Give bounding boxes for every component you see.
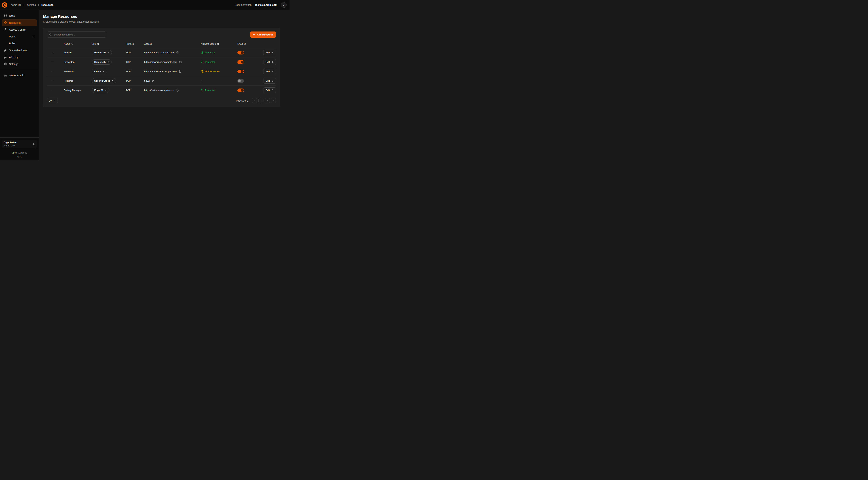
resource-name: Immich [64, 51, 92, 54]
avatar[interactable]: J [281, 2, 287, 8]
resource-protocol: TCP [126, 61, 144, 63]
column-header-name[interactable]: Name [64, 42, 92, 45]
auth-status-label: - [201, 80, 202, 82]
shield-check-icon [201, 61, 204, 63]
ellipsis-icon [51, 51, 53, 54]
documentation-link[interactable]: Documentation [235, 3, 251, 6]
toggle-knob [241, 89, 244, 92]
column-header-authentication[interactable]: Authentication [201, 42, 238, 45]
edit-button[interactable]: Edit [263, 50, 276, 55]
sidebar-item-settings[interactable]: Settings [2, 61, 37, 67]
arrow-right-icon [271, 70, 274, 72]
chevron-right-icon [266, 99, 269, 102]
previous-page-button[interactable] [258, 98, 264, 103]
site-link-label: Edge 01 [94, 89, 103, 92]
ellipsis-icon [51, 61, 53, 63]
copy-icon[interactable] [179, 70, 181, 73]
sidebar-item-shareable-links[interactable]: Shareable Links [2, 47, 37, 54]
auth-status-badge: Not Protected [201, 70, 238, 73]
search-box [47, 31, 106, 38]
site-link[interactable]: Office [92, 69, 107, 74]
enabled-toggle[interactable] [238, 60, 244, 64]
resources-card: Add Resource Name Site Protoco [43, 28, 280, 107]
edit-button[interactable]: Edit [263, 87, 276, 93]
gear-icon [4, 62, 7, 65]
resource-protocol: TCP [126, 80, 144, 82]
site-link[interactable]: Home Lab [92, 59, 112, 65]
access-url: https://bitwarden.example.com [144, 61, 177, 63]
column-header-protocol: Protocol [126, 42, 144, 45]
copy-icon[interactable] [179, 61, 182, 63]
last-page-button[interactable] [271, 98, 276, 103]
sort-icon [217, 43, 219, 45]
key-icon [4, 56, 7, 59]
row-menu-button[interactable] [50, 88, 55, 92]
edit-button[interactable]: Edit [263, 78, 276, 84]
first-page-button[interactable] [252, 98, 257, 103]
card-toolbar: Add Resource [47, 31, 276, 38]
arrow-up-right-icon [107, 52, 109, 54]
open-source-link[interactable]: Open Source [2, 151, 37, 154]
page-info: Page 1 of 1 [236, 99, 248, 102]
site-link[interactable]: Second Office [92, 78, 116, 84]
edit-button-label: Edit [266, 80, 270, 82]
sidebar-item-server-admin[interactable]: Server Admin [2, 72, 37, 79]
auth-status-badge: Protected [201, 61, 238, 63]
copy-icon[interactable] [176, 89, 179, 92]
access-url: https://battery.example.com [144, 89, 174, 92]
auth-status-badge: - [201, 80, 238, 82]
site-link[interactable]: Home Lab [92, 50, 112, 55]
organization-selector[interactable]: Organization Home Lab [2, 140, 37, 148]
row-menu-button[interactable] [50, 60, 55, 64]
edit-button[interactable]: Edit [263, 59, 276, 65]
grid-icon [4, 14, 7, 18]
row-menu-button[interactable] [50, 79, 55, 83]
breadcrumb: home-lab settings resources [11, 3, 54, 6]
enabled-toggle[interactable] [238, 51, 244, 55]
copy-icon[interactable] [152, 80, 154, 82]
auth-status-label: Protected [205, 51, 216, 54]
breadcrumb-item-home-lab[interactable]: home-lab [11, 3, 21, 6]
ellipsis-icon [51, 70, 53, 73]
topbar: home-lab settings resources Documentatio… [0, 0, 289, 10]
row-menu-button[interactable] [50, 51, 55, 55]
page-size-select[interactable]: 20 [47, 98, 58, 103]
arrow-up-right-icon [102, 70, 104, 72]
enabled-toggle[interactable] [238, 79, 244, 83]
organization-label: Organization [4, 141, 31, 144]
next-page-button[interactable] [265, 98, 270, 103]
add-resource-label: Add Resource [257, 33, 273, 36]
sidebar-item-api-keys[interactable]: API Keys [2, 54, 37, 60]
breadcrumb-item-settings[interactable]: settings [27, 3, 36, 6]
enabled-toggle[interactable] [238, 89, 244, 92]
resources-table: Name Site Protocol Access Authenticati [47, 40, 276, 95]
add-resource-button[interactable]: Add Resource [250, 31, 276, 38]
column-header-site[interactable]: Site [92, 42, 126, 45]
sidebar-item-resources[interactable]: Resources [2, 19, 37, 26]
table-row: Bitwarden Home Lab TCP https://bitwarden… [47, 57, 276, 67]
sidebar-item-label: Resources [9, 21, 21, 24]
user-email[interactable]: joe@example.com [255, 3, 277, 6]
enabled-toggle[interactable] [238, 70, 244, 73]
sidebar-item-access-control[interactable]: Access Control [2, 26, 37, 33]
access-url: 5432 [144, 80, 150, 82]
breadcrumb-separator-icon [23, 4, 25, 6]
table-header-row: Name Site Protocol Access Authenticati [47, 40, 276, 48]
breadcrumb-item-resources: resources [41, 3, 54, 6]
table-row: Battery Manager Edge 01 TCP https://batt… [47, 85, 276, 95]
sidebar-item-label: Shareable Links [9, 49, 27, 52]
edit-button[interactable]: Edit [263, 69, 276, 74]
resource-protocol: TCP [126, 51, 144, 54]
column-header-label: Enabled [238, 42, 246, 45]
site-link[interactable]: Edge 01 [92, 88, 110, 93]
arrow-up-right-icon [112, 80, 114, 82]
arrow-right-icon [271, 89, 274, 91]
sidebar-item-sites[interactable]: Sites [2, 12, 37, 19]
table-row: Postgres Second Office TCP 5432 - Edit [47, 76, 276, 85]
sidebar-item-users[interactable]: Users [2, 33, 37, 40]
row-menu-button[interactable] [50, 69, 55, 74]
sidebar-item-roles[interactable]: Roles [2, 40, 37, 47]
search-input[interactable] [53, 33, 104, 36]
pagination: Page 1 of 1 [236, 98, 276, 103]
copy-icon[interactable] [177, 51, 179, 54]
